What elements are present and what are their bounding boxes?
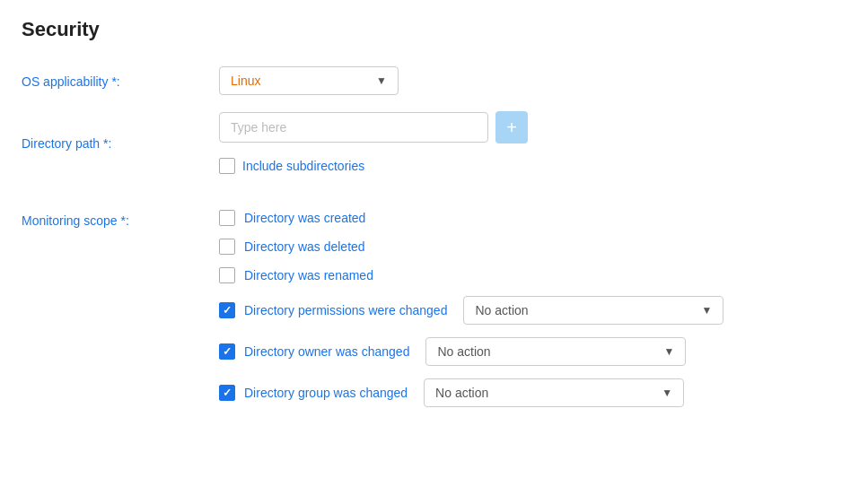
dir-group-label: Directory group was changed bbox=[244, 386, 408, 400]
dir-owner-action-dropdown[interactable]: No action ▼ bbox=[425, 337, 686, 366]
dir-group-action-dropdown[interactable]: No action ▼ bbox=[424, 378, 684, 407]
os-applicability-dropdown[interactable]: Linux ▼ bbox=[219, 66, 399, 95]
monitoring-scope-label: Monitoring scope *: bbox=[22, 210, 219, 228]
directory-path-row: Directory path *: + Include subdirectori… bbox=[22, 111, 846, 174]
dir-deleted-checkbox[interactable] bbox=[219, 239, 235, 255]
dir-permissions-action-arrow: ▼ bbox=[702, 304, 713, 317]
scope-item-dir-permissions: Directory permissions were changed No ac… bbox=[219, 296, 846, 325]
scope-item-dir-deleted: Directory was deleted bbox=[219, 239, 846, 255]
directory-path-label: Directory path *: bbox=[22, 135, 219, 151]
dir-created-checkbox[interactable] bbox=[219, 210, 235, 226]
dir-permissions-action-value: No action bbox=[475, 303, 528, 317]
os-applicability-label: OS applicability *: bbox=[22, 73, 219, 89]
page-title: Security bbox=[22, 18, 846, 41]
monitoring-scope-row: Monitoring scope *: Directory was create… bbox=[22, 210, 846, 420]
dir-renamed-label: Directory was renamed bbox=[244, 268, 373, 282]
dir-permissions-checkbox[interactable] bbox=[219, 302, 235, 318]
include-subdirectories-row: Include subdirectories bbox=[219, 158, 364, 174]
scope-item-dir-renamed: Directory was renamed bbox=[219, 267, 846, 283]
scope-item-dir-owner: Directory owner was changed No action ▼ bbox=[219, 337, 846, 366]
directory-path-input[interactable] bbox=[219, 112, 488, 143]
dir-owner-action-arrow: ▼ bbox=[664, 345, 675, 358]
dir-deleted-label: Directory was deleted bbox=[244, 239, 365, 254]
dir-owner-checkbox[interactable] bbox=[219, 343, 235, 360]
add-directory-button[interactable]: + bbox=[495, 111, 528, 143]
dir-permissions-label: Directory permissions were changed bbox=[244, 303, 447, 317]
dir-owner-label: Directory owner was changed bbox=[244, 344, 409, 359]
os-applicability-value: Linux bbox=[231, 74, 260, 88]
scope-item-dir-group: Directory group was changed No action ▼ bbox=[219, 378, 846, 407]
include-subdirectories-label: Include subdirectories bbox=[242, 159, 364, 173]
dir-group-checkbox[interactable] bbox=[219, 385, 235, 401]
dir-group-action-arrow: ▼ bbox=[662, 387, 672, 399]
os-applicability-control: Linux ▼ bbox=[219, 66, 846, 95]
os-applicability-row: OS applicability *: Linux ▼ bbox=[22, 66, 846, 95]
dir-created-label: Directory was created bbox=[244, 211, 365, 225]
dir-group-action-value: No action bbox=[435, 386, 488, 400]
dir-renamed-checkbox[interactable] bbox=[219, 267, 235, 283]
dir-owner-action-value: No action bbox=[437, 344, 490, 359]
os-applicability-dropdown-arrow: ▼ bbox=[376, 74, 387, 87]
include-subdirectories-checkbox[interactable] bbox=[219, 158, 235, 174]
scope-item-dir-created: Directory was created bbox=[219, 210, 846, 226]
dir-permissions-action-dropdown[interactable]: No action ▼ bbox=[463, 296, 723, 325]
monitoring-scope-content: Directory was created Directory was dele… bbox=[219, 210, 846, 420]
